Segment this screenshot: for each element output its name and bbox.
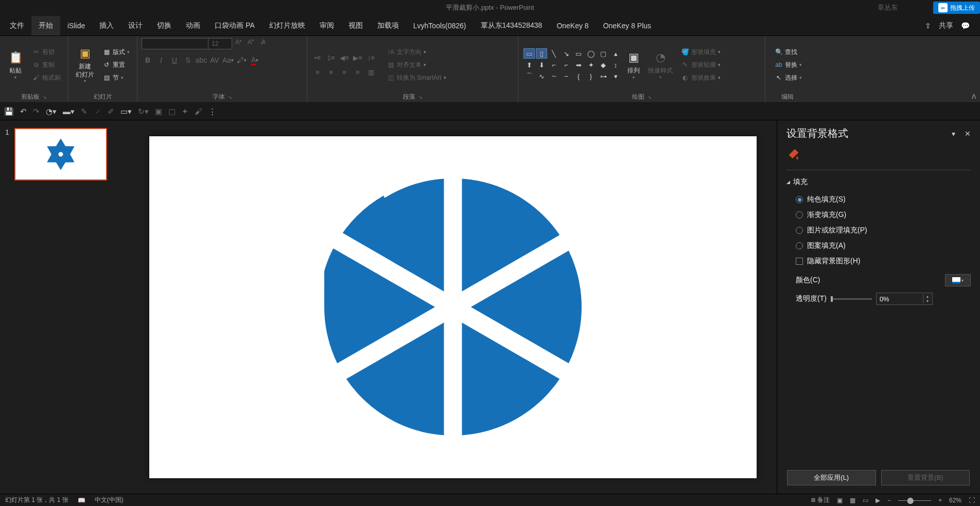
- gradient-fill-option[interactable]: 渐变填充(G): [786, 207, 971, 223]
- slide-thumbnail[interactable]: 1: [5, 128, 124, 180]
- upload-button[interactable]: ∞ 拖拽上传: [933, 2, 980, 14]
- spellcheck-icon[interactable]: 📖: [78, 497, 85, 504]
- qat-brush2-button[interactable]: 🖌: [195, 107, 202, 116]
- tab-transitions[interactable]: 切换: [150, 16, 179, 35]
- reading-view-button[interactable]: ▭: [863, 497, 868, 504]
- format-painter-button[interactable]: 🖌格式刷: [29, 73, 64, 83]
- shape-fill-button[interactable]: 🪣形状填充: [678, 47, 724, 58]
- shape-textbox[interactable]: ▭: [523, 48, 535, 59]
- quick-styles-button[interactable]: ◔ 快速样式 ▾: [645, 47, 676, 82]
- panel-dropdown-icon[interactable]: ▾: [952, 130, 955, 138]
- italic-button[interactable]: I: [155, 55, 167, 66]
- columns-button[interactable]: ▥: [365, 66, 377, 78]
- qat-pen-button[interactable]: ✎: [81, 107, 87, 116]
- dialog-launcher-icon[interactable]: ↘: [43, 95, 47, 100]
- slide-canvas-area[interactable]: [129, 120, 777, 494]
- highlight-button[interactable]: 🖍: [235, 55, 248, 66]
- shape-rect[interactable]: ▭: [573, 48, 584, 59]
- tab-insert[interactable]: 插入: [92, 16, 121, 35]
- tab-lvyh[interactable]: LvyhTools(0826): [406, 16, 474, 35]
- picture-fill-option[interactable]: 图片或纹理填充(P): [786, 223, 971, 238]
- bold-button[interactable]: B: [142, 55, 154, 66]
- fill-section-header[interactable]: 填充: [786, 177, 971, 187]
- shape-elbow[interactable]: ⌐: [561, 60, 572, 70]
- language-indicator[interactable]: 中文(中国): [95, 496, 124, 504]
- transparency-spinner[interactable]: 0%▴▾: [876, 293, 933, 305]
- user-name[interactable]: 章丛东: [878, 3, 898, 12]
- qat-align-button[interactable]: ▬▾: [63, 107, 75, 116]
- cut-button[interactable]: ✂剪切: [29, 47, 64, 58]
- font-size-input[interactable]: 12: [208, 38, 232, 49]
- decrease-indent-button[interactable]: ◀≡: [338, 52, 351, 63]
- transparency-slider[interactable]: [831, 298, 872, 300]
- save-button[interactable]: 💾: [4, 107, 14, 116]
- spacing-button[interactable]: AV: [208, 55, 221, 66]
- qat-rotate-button[interactable]: ↻▾: [138, 107, 149, 116]
- tab-home[interactable]: 开始: [31, 16, 60, 35]
- shape-connector[interactable]: ⊶: [598, 71, 609, 81]
- qat-bring-button[interactable]: ▢: [168, 107, 176, 116]
- arrange-button[interactable]: ▣ 排列 ▾: [622, 47, 645, 82]
- shape-outline-button[interactable]: ✎形状轮廓: [678, 60, 724, 70]
- qat-group-button[interactable]: ▣: [155, 107, 162, 116]
- shape-scroll[interactable]: ↕: [610, 60, 621, 70]
- tab-design[interactable]: 设计: [121, 16, 150, 35]
- shadow-button[interactable]: abc: [195, 55, 207, 66]
- zoom-level[interactable]: 62%: [949, 497, 961, 504]
- apply-all-button[interactable]: 全部应用(L): [787, 470, 876, 485]
- share-export-icon[interactable]: ⇪: [925, 22, 931, 30]
- increase-font-button[interactable]: A▴: [232, 38, 244, 49]
- qat-more-button[interactable]: ⋮: [208, 107, 216, 116]
- undo-button[interactable]: ↶: [20, 107, 27, 116]
- panel-close-icon[interactable]: ✕: [965, 130, 971, 138]
- tab-onekey[interactable]: OneKey 8: [549, 16, 596, 35]
- align-left-button[interactable]: ≡: [311, 66, 324, 78]
- color-picker-button[interactable]: ▾: [945, 274, 971, 286]
- find-button[interactable]: 🔍查找: [772, 47, 805, 58]
- tab-onekey-plus[interactable]: OneKey 8 Plus: [596, 16, 658, 35]
- shape-wave[interactable]: ～: [548, 71, 559, 81]
- shape-star[interactable]: ✦: [585, 60, 597, 70]
- font-name-input[interactable]: [142, 38, 208, 49]
- qat-star-button[interactable]: ✦: [182, 107, 188, 116]
- shape-line[interactable]: ╲: [548, 48, 559, 59]
- tab-animations[interactable]: 动画: [179, 16, 207, 35]
- shape-arrow-line[interactable]: ↘: [561, 48, 572, 59]
- thumbnail-preview[interactable]: [14, 128, 107, 180]
- shape-rounded[interactable]: ▢: [598, 48, 609, 59]
- justify-button[interactable]: ≡: [352, 66, 364, 78]
- tab-view[interactable]: 视图: [341, 16, 370, 35]
- underline-button[interactable]: U: [168, 55, 181, 66]
- shape-arrow-down[interactable]: ⬇: [536, 60, 547, 70]
- collapse-ribbon-button[interactable]: ᐱ: [972, 93, 976, 100]
- increase-indent-button[interactable]: ▶≡: [352, 52, 364, 63]
- shape-curve[interactable]: ∿: [536, 71, 547, 81]
- paste-button[interactable]: 📋 粘贴 ▾: [4, 47, 27, 82]
- font-color-button[interactable]: A: [249, 55, 261, 66]
- shape-arrow-up[interactable]: ⬆: [523, 60, 535, 70]
- align-right-button[interactable]: ≡: [338, 66, 351, 78]
- shape-scroll-up[interactable]: ▴: [610, 48, 621, 59]
- tab-islide[interactable]: iSlide: [60, 16, 92, 35]
- shape-effects-button[interactable]: ◐形状效果: [678, 73, 724, 83]
- shape-arc2[interactable]: ⌢: [561, 71, 572, 81]
- zoom-slider[interactable]: ──⬤────: [898, 497, 931, 504]
- dialog-launcher-icon[interactable]: ↘: [647, 95, 652, 100]
- slide-count[interactable]: 幻灯片第 1 张，共 1 张: [5, 496, 68, 504]
- shape-diamond[interactable]: ◆: [598, 60, 609, 70]
- fit-window-button[interactable]: ⛶: [969, 497, 975, 504]
- section-button[interactable]: ▤节: [99, 73, 133, 83]
- solid-fill-option[interactable]: 纯色填充(S): [786, 192, 971, 207]
- reset-button[interactable]: ↺重置: [99, 60, 133, 70]
- shape-arc[interactable]: ⌒: [523, 71, 535, 81]
- clear-formatting-button[interactable]: A̷: [257, 38, 269, 49]
- tab-addins[interactable]: 加载项: [370, 16, 406, 35]
- fill-bucket-icon[interactable]: [786, 147, 801, 161]
- qat-caption-button[interactable]: ▭▾: [120, 107, 132, 116]
- tab-pa[interactable]: 口袋动画 PA: [207, 16, 262, 35]
- strikethrough-button[interactable]: S: [182, 55, 194, 66]
- shape-arrow-right[interactable]: ➡: [573, 60, 584, 70]
- shape-corner[interactable]: ⌐: [548, 60, 559, 70]
- sorter-view-button[interactable]: ▦: [850, 497, 855, 504]
- qat-edit-button[interactable]: ✐: [108, 107, 114, 116]
